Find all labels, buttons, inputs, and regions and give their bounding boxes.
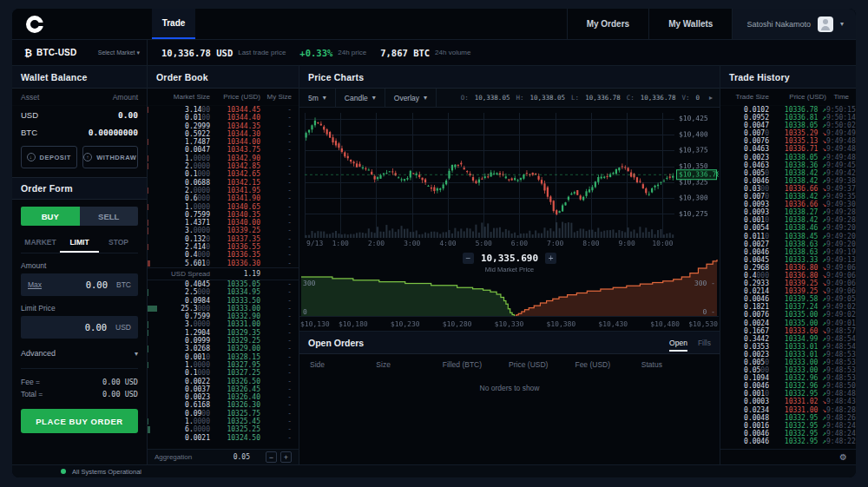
trade-size: 0.1821 — [727, 303, 769, 311]
trade-price: 10332.95 ↗ — [769, 422, 826, 430]
trade-time: 9:49:48 — [826, 137, 856, 145]
order-book-ask-row[interactable]: 0.299910344.35- — [148, 122, 299, 130]
max-link[interactable]: Max — [28, 280, 42, 289]
order-book-ask-row[interactable]: 1.437110340.00- — [148, 219, 299, 227]
trade-history-panel: Trade History Trade SizePrice (USD)Time … — [720, 66, 856, 464]
tab-trade[interactable]: Trade — [152, 9, 195, 39]
order-book-bid-row[interactable]: 0.759910332.90- — [148, 313, 299, 320]
trade-time: 9:48:53 — [826, 366, 856, 374]
zoom-out-button[interactable]: − — [463, 253, 474, 264]
order-book-bid-row[interactable]: 3.026810329.00- — [148, 345, 299, 352]
order-book-ask-row[interactable]: 0.010010344.40- — [148, 114, 299, 122]
zoom-in-button[interactable]: + — [545, 253, 556, 264]
trade-time: 9:49:37 — [826, 185, 856, 193]
trade-size: 0.0046 — [727, 430, 769, 438]
trade-history-columns: Trade SizePrice (USD)Time — [720, 89, 856, 106]
order-book-bid-row[interactable]: 1.290410329.35- — [148, 329, 299, 337]
advanced-toggle[interactable]: Advanced ▾ — [21, 342, 138, 365]
market-selector: ₿ BTC-USD Select Market ▾ — [12, 40, 148, 65]
sell-tab[interactable]: SELL — [80, 207, 139, 226]
aggregation-decrease-button[interactable]: − — [266, 451, 277, 463]
order-book-bid-row[interactable]: 0.003710326.45- — [148, 385, 299, 393]
order-book-bid-row[interactable]: 1.000010327.95- — [148, 361, 299, 369]
order-book-bid-row[interactable]: 1.000010325.45- — [148, 418, 299, 425]
order-book-ask-row[interactable]: 1.748710344.00- — [148, 138, 299, 146]
trade-time: 9:50:15 — [826, 106, 856, 114]
deposit-button[interactable]: ↓ DEPOSIT — [21, 146, 77, 168]
last-trade-price: 10,336.78 USD — [161, 48, 233, 58]
tab-stop[interactable]: STOP — [99, 231, 138, 253]
order-book-ask-row[interactable]: 2.414010336.55- — [148, 243, 299, 251]
candlestick-chart-canvas[interactable] — [299, 108, 719, 248]
settings-gear-icon[interactable]: ⚙ — [839, 452, 847, 462]
order-book-ask-row[interactable]: 0.132010337.35- — [148, 235, 299, 243]
trade-time: 9:49:05 — [826, 295, 856, 303]
order-book-ask-row[interactable]: 0.068810342.15- — [148, 179, 299, 187]
order-book-ask-row[interactable]: 0.100010342.65- — [148, 170, 299, 178]
nav-my-orders[interactable]: My Orders — [567, 9, 648, 39]
market-size: 1.0000 — [153, 155, 210, 162]
order-book-ask-row[interactable]: 3.140010344.45- — [148, 106, 299, 114]
trade-time: 9:49:28 — [826, 208, 856, 216]
place-buy-order-button[interactable]: PLACE BUY ORDER — [21, 409, 138, 433]
order-book-ask-row[interactable]: 3.000010339.25- — [148, 227, 299, 234]
open-orders-col-2: Filled (BTC) — [443, 360, 509, 369]
trade-size: 0.0234 — [727, 406, 769, 414]
trade-size: 0.0463 — [727, 161, 769, 169]
order-book-bid-row[interactable]: 0.616810326.30- — [148, 401, 299, 409]
order-book-ask-row[interactable]: 0.759910340.35- — [148, 211, 299, 219]
user-menu[interactable]: Satoshi Nakamoto ▾ — [732, 9, 856, 39]
order-book-ask-row[interactable]: 5.601010336.30- — [148, 260, 299, 267]
price: 10325.45 — [210, 418, 260, 425]
trade-history-row: 0.166710333.60 ↘9:48:57 — [720, 327, 856, 335]
order-book-bid-row[interactable]: 25.300010333.00- — [148, 305, 299, 313]
trade-size: 0.0353 — [727, 343, 769, 351]
overlay-dropdown[interactable]: Overlay ▾ — [385, 89, 437, 107]
tab-open[interactable]: Open — [669, 333, 687, 352]
tab-limit[interactable]: LIMIT — [60, 231, 99, 253]
select-market-dropdown[interactable]: Select Market ▾ — [98, 49, 140, 56]
order-book-bid-row[interactable]: 0.099910329.25- — [148, 337, 299, 345]
trade-price: 10336.81 ↗ — [769, 114, 826, 122]
order-book-header: Order Book — [148, 66, 299, 89]
order-book-ask-row[interactable]: 1.000010342.90- — [148, 155, 299, 162]
open-orders-title: Open Orders — [308, 338, 364, 348]
order-book-ask-row[interactable]: 0.600010341.90- — [148, 194, 299, 202]
limit-price-field[interactable]: 0.00 USD — [21, 316, 138, 339]
nav-my-wallets[interactable]: My Wallets — [648, 9, 732, 39]
aggregation-increase-button[interactable]: + — [280, 451, 292, 463]
order-book-ask-row[interactable]: 0.592210344.30- — [148, 130, 299, 138]
my-size: - — [260, 203, 292, 211]
tab-market[interactable]: MARKET — [21, 231, 60, 253]
order-book-bid-row[interactable]: 0.090010325.75- — [148, 410, 299, 418]
order-book-ask-row[interactable]: 0.400010336.35- — [148, 251, 299, 259]
order-book-asks: 3.140010344.45-0.010010344.40-0.29991034… — [148, 106, 299, 267]
order-book-bid-row[interactable]: 0.002210326.50- — [148, 378, 299, 385]
market-size: 2.5000 — [153, 288, 210, 296]
order-book-ask-row[interactable]: 2.000010341.95- — [148, 187, 299, 194]
buy-tab[interactable]: BUY — [21, 207, 80, 226]
nav-spacer — [195, 9, 567, 39]
order-book-bid-row[interactable]: 0.002110324.50- — [148, 434, 299, 442]
order-book-bid-row[interactable]: 6.000010325.25- — [148, 425, 299, 433]
order-book-bid-row[interactable]: 0.002310326.40- — [148, 393, 299, 401]
my-size: - — [260, 155, 292, 162]
order-book-bid-row[interactable]: 0.404510335.05- — [148, 280, 299, 288]
trade-size: 0.0047 — [727, 122, 769, 129]
order-book-bid-row[interactable]: 0.001010328.15- — [148, 353, 299, 361]
order-book-ask-row[interactable]: 0.004710343.75- — [148, 146, 299, 154]
order-book-ask-row[interactable]: 2.000010342.85- — [148, 162, 299, 170]
trade-size: 0.0023 — [727, 154, 769, 161]
tab-fills[interactable]: Fills — [698, 333, 711, 352]
market-size: 0.0022 — [153, 378, 210, 385]
withdraw-button[interactable]: ↑ WITHDRAW — [82, 146, 139, 168]
order-book-bid-row[interactable]: 0.100010327.25- — [148, 369, 299, 377]
order-book-bid-row[interactable]: 0.098410333.50- — [148, 297, 299, 305]
chart-type-dropdown[interactable]: Candle ▾ — [336, 89, 385, 107]
amount-field[interactable]: Max 0.00 BTC — [21, 273, 138, 296]
order-book-ask-row[interactable]: 1.000010340.65- — [148, 203, 299, 211]
order-book-bid-row[interactable]: 3.000010331.00- — [148, 320, 299, 328]
coinbase-logo-icon[interactable] — [26, 16, 43, 33]
order-book-bid-row[interactable]: 2.500010334.95- — [148, 288, 299, 296]
interval-dropdown[interactable]: 5m ▾ — [299, 89, 336, 107]
